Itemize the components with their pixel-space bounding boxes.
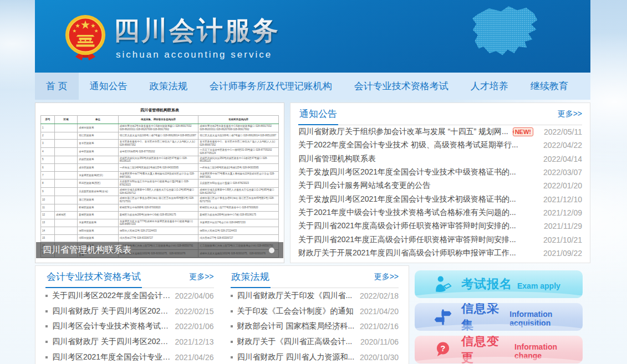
notice-title: 关于2021年度中级会计专业技术资格考试合格标准有关问题的... [298,208,538,218]
notice-date: 2021/12/10 [538,195,582,204]
carousel-dot-indicator[interactable] [269,248,274,253]
notice-item[interactable]: 关于2022年度全国会计专业技术 初级、高级资格考试延期举行... 2022/0… [298,139,582,152]
contact-table-row: 5武侯区财政局 武侯区武侯祠大街350号武侯区政务中心1楼1区47号窗口 028… [41,156,279,164]
notice-item[interactable]: 关于2021年度中级会计专业技术资格考试合格标准有关问题的... 2021/12… [298,206,582,219]
exam-list-item[interactable]: 四川考区会计专业技术资格考试服务事... 2022/01/06 [45,319,214,334]
exam-apply-card[interactable]: 考试报名 Exam apply [415,270,583,298]
notice-title: 关于四川省2021年度高级会计师任职资格评审答辩时间安排的... [298,221,538,231]
information-acquisition-card[interactable]: 信息采集 Information acquisition [415,303,583,331]
notices-list: 四川省财政厅关于组织参加会计改革与发展 “十四五” 规划网... NEW! 20… [298,125,582,260]
policy-section-title: 政策法规 [231,266,271,288]
policy-list-item[interactable]: 关于印发《工会会计制度》的通知 2021/04/20 [231,304,399,319]
notice-item[interactable]: 四川省财政厅关于组织参加会计改革与发展 “十四五” 规划网... NEW! 20… [298,125,582,139]
information-change-card[interactable]: ? 信息变更 Information change [415,336,583,363]
contact-table-row: 6成华区财政局 一环路东三段148号区政府1号楼125号 028-8430359… [41,164,279,172]
contact-table-row: 11郫都区财政局 郫都区望丛中路998号 028-87930820郫都区红光大道… [41,204,279,212]
item-date: 2022/02/18 [360,291,399,300]
new-badge: NEW! [513,127,533,136]
policy-list-item[interactable]: 财政部会计司 国家档案局经济科... 2021/02/16 [231,319,399,334]
notice-title: 财政厅关于开展2021年度四川省高级会计师职称申报评审工作... [298,248,538,258]
image-carousel[interactable]: 四川省管理机构联系表 序号 区域 单位 信息采集、调转等业务咨询内容 考试相关咨… [35,102,284,263]
notice-date: 2022/04/14 [538,155,582,163]
policy-list-item[interactable]: 四川省财政厅 四川省人力资源和... 2020/10/30 [231,350,399,364]
notice-title: 关于四川省2021年度正高级会计师任职资格评审答辩时间安排... [298,235,538,245]
policy-section: 政策法规 更多>> 四川省财政厅关于印发《四川省... 2022/02/18 [231,266,399,364]
nav-item-continuing-education[interactable]: 继续教育 [519,73,579,100]
item-date: 2021/12/13 [175,337,213,346]
nav-item-qualification-exam[interactable]: 会计专业技术资格考试 [343,73,460,100]
nav-item-notices[interactable]: 通知公告 [79,73,139,100]
notice-date: 2022/03/07 [538,168,582,177]
notice-item[interactable]: 关于四川省2021年度正高级会计师任职资格评审答辩时间安排... 2021/10… [298,233,582,246]
question-bubble-icon: ? [434,340,452,359]
bullet-icon [231,295,233,297]
contact-table-row: 4金牛区财政局 金牛区XX路85号 028-87705202一品天下大道金牛区政… [41,147,279,156]
main-nav: 首 页 通知公告 政策法规 会计师事务所及代理记账机构 会计专业技术资格考试 人… [35,73,590,100]
item-title: 四川省财政厅关于印发《四川省... [237,291,356,301]
site-subtitle: sichuan accounting service [116,49,272,60]
item-title: 财政厅关于《四川省正高级会计... [237,337,357,347]
nav-label: 政策法规 [150,80,187,93]
item-title: 四川省财政厅 关于四川考区2022年度... [52,306,171,316]
notice-title: 四川省财政厅关于组织参加会计改革与发展 “十四五” 规划网... [298,127,508,137]
contact-table-row: 12成都地区新都区财政局 新都区马超东路289号(金融中心6楼) 028-851… [41,212,279,219]
notice-date: 2021/10/21 [538,235,582,244]
bullet-icon [231,341,233,343]
card-label: 考试报名 [461,276,512,293]
item-date: 2020/11/06 [360,337,399,346]
item-date: 2021/02/16 [360,322,399,331]
item-date: 2022/04/06 [175,291,213,300]
bullet-icon [231,310,233,312]
item-date: 2022/01/06 [175,322,213,331]
notice-item[interactable]: 关于四川省2021年度高级会计师任职资格评审答辩时间安排的... 2021/11… [298,219,582,233]
exam-list-item[interactable]: 关于四川考区2022年度全国会计专业... 2022/04/06 [45,288,214,304]
notice-date: 2021/11/29 [538,222,582,230]
policy-more-link[interactable]: 更多>> [374,266,399,288]
nav-item-policies[interactable]: 政策法规 [139,73,198,100]
policy-list-item[interactable]: 财政厅关于《四川省正高级会计... 2020/11/06 [231,334,399,350]
notices-section-title: 通知公告 [298,103,338,125]
contact-table-header-row: 序号 区域 单位 信息采集、调转等业务咨询内容 考试相关咨询内容 [41,116,279,124]
bullet-icon [45,325,48,327]
nav-item-firms-agencies[interactable]: 会计师事务所及代理记账机构 [198,73,343,100]
carousel-caption[interactable]: 四川省管理机构联系表 [43,244,269,256]
notice-item[interactable]: 关于发放四川考区2021年度全国会计专业技术中级资格证书的... 2022/03… [298,166,582,179]
exam-more-link[interactable]: 更多>> [189,266,213,288]
notice-title: 四川省管理机构联系表 [298,154,538,164]
notice-item[interactable]: 关于四川会计服务网站域名变更的公告 2022/01/20 [298,179,582,192]
contact-table-row: 15绵阳市财政局 绵兴西路177号 028-83306727绵兴西路177号 0… [41,234,279,242]
exam-list-item[interactable]: 四川省财政厅 关于四川考区2022年度... 2021/12/13 [45,334,214,350]
card-label: 信息采集 [461,303,504,331]
notice-item[interactable]: 四川省管理机构联系表 2022/04/14 [298,152,582,166]
notices-more-link[interactable]: 更多>> [558,103,582,125]
contact-table-row: 9天府新区财政金融局(全域) 成都科学城天府菁蓉中心B区人才服务大厅综合窗口(1… [41,188,279,196]
policy-list-item[interactable]: 四川省财政厅关于印发《四川省... 2022/02/18 [231,288,399,304]
contact-table-row: 8双流区财政局(西区) 天府新区华阳街道正北中街改造中心财政局会计股2号窗口 0… [41,180,279,188]
contact-table-title: 四川省管理机构联系表 [40,106,279,115]
nav-item-home[interactable]: 首 页 [35,73,79,100]
sichuan-map-icon [461,1,562,71]
item-title: 关于四川考区2022年度全国会计专业... [52,291,171,301]
nav-item-talent-training[interactable]: 人才培养 [460,73,519,100]
notice-date: 2022/05/11 [538,127,582,136]
notice-title: 关于发放四川考区2021年度全国会计专业技术中级资格证书的... [298,167,538,177]
china-national-emblem-icon [63,14,108,61]
exam-list-item[interactable]: 四川省财政厅 关于四川考区2022年度... 2022/02/15 [45,304,214,319]
item-date: 2022/02/15 [175,307,213,316]
contact-table-row: 3青羊区财政局 青羊区政务服务中心、青羊区光华西三路恒大广场人人乐4楼(人人乐)… [41,140,279,148]
bullet-icon [45,310,48,312]
page-container: 四川会计服务 sichuan accounting service 首 页 通知… [35,0,590,364]
quick-links-column: 考试报名 Exam apply 信息采集 Information acquisi… [415,265,583,364]
bottom-lists-panel: 会计专业技术资格考试 更多>> 关于四川考区2022年度全国会计专业... 20… [35,265,409,364]
card-label: 信息变更 [461,336,509,363]
bullet-icon [231,325,233,327]
notice-item[interactable]: 关于发放四川考区2021年度全国会计专业技术初级资格证书的... 2021/12… [298,192,582,206]
bullet-icon [45,356,48,358]
item-title: 四川考区2021年度全国会计专业技术... [52,352,171,362]
item-title: 四川考区会计专业技术资格考试服务事... [52,321,171,331]
contact-table-row: 7龙泉驿区财政局(经开) 龙泉驿区驿中路77号腾龙大厦人事档案馆104室成华区会… [41,171,279,180]
exam-list-item[interactable]: 四川考区2021年度全国会计专业技术... 2021/04/26 [45,350,214,364]
notice-date: 2022/04/22 [538,141,582,150]
svg-text:?: ? [441,344,446,353]
notice-item[interactable]: 财政厅关于开展2021年度四川省高级会计师职称申报评审工作... 2021/09… [298,247,582,260]
